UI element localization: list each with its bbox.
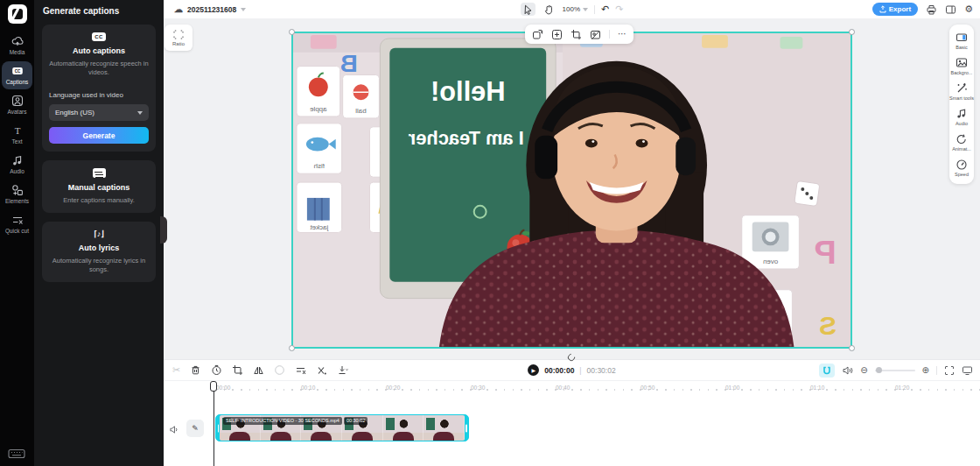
quick-cut-icon xyxy=(11,214,24,226)
clip-name: SELF- INTRODUCTION VIDEO - 30 SECONDS.mp… xyxy=(223,417,342,425)
ratio-button[interactable]: Ratio xyxy=(164,25,192,51)
resize-handle-bottom-left[interactable] xyxy=(289,345,295,351)
audio-icon xyxy=(956,108,968,119)
generate-button[interactable]: Generate xyxy=(49,127,149,144)
sidebar-item-quick-cut[interactable]: Quick cut xyxy=(2,210,32,238)
crop-icon[interactable] xyxy=(570,29,582,40)
tool-smart-tools[interactable]: Smart tools xyxy=(949,79,974,104)
manual-captions-title: Manual captions xyxy=(49,183,149,192)
svg-text:oven: oven xyxy=(763,258,778,265)
export-icon xyxy=(879,5,886,13)
ruler-label: 01:00 xyxy=(725,385,739,391)
video-clip[interactable]: SELF- INTRODUCTION VIDEO - 30 SECONDS.mp… xyxy=(215,414,469,441)
auto-lyrics-desc: Automatically recognize lyrics in songs. xyxy=(49,257,149,274)
svg-text:apple: apple xyxy=(310,105,327,113)
svg-text:T: T xyxy=(14,125,20,136)
cursor-icon xyxy=(523,4,533,15)
printer-icon[interactable] xyxy=(926,4,937,15)
mute-toggle-icon[interactable] xyxy=(842,365,853,376)
clip-context-toolbar: ⋯ xyxy=(525,25,634,44)
sidebar-label: Captions xyxy=(6,79,29,85)
tool-basic[interactable]: Basic xyxy=(949,28,974,53)
divider xyxy=(594,5,595,14)
fullscreen-icon[interactable] xyxy=(944,365,955,376)
ruler-label: 00:50 xyxy=(640,385,654,391)
sidebar-label: Quick cut xyxy=(5,228,29,234)
video-frame[interactable]: B cake apple ball fish guitar xyxy=(291,32,852,349)
play-button[interactable]: ▶ xyxy=(528,364,539,376)
undo-button[interactable]: ↶ xyxy=(601,4,609,14)
ruler-label: 00:40 xyxy=(556,385,570,391)
manual-captions-card[interactable]: Manual captions Enter captions manually. xyxy=(42,160,156,213)
svg-text:ball: ball xyxy=(355,107,367,115)
more-options-icon[interactable]: ⋯ xyxy=(618,30,626,39)
resize-handle-top-left[interactable] xyxy=(289,29,295,35)
track-draw-button[interactable]: ✎ xyxy=(186,420,204,437)
zoom-out-icon[interactable]: ⊖ xyxy=(860,366,867,375)
display-screen-icon[interactable] xyxy=(962,365,973,376)
elements-icon xyxy=(11,184,24,196)
panel-title: Generate captions xyxy=(34,0,164,16)
tool-audio[interactable]: Audio xyxy=(949,104,974,130)
background-remove-icon[interactable] xyxy=(590,29,601,40)
sidebar-label: Elements xyxy=(5,198,29,204)
select-tool-button[interactable] xyxy=(521,3,536,16)
adjust-icon[interactable] xyxy=(551,29,563,40)
export-button[interactable]: Export xyxy=(872,3,918,16)
replace-icon[interactable] xyxy=(532,29,543,40)
rotate-icon xyxy=(566,352,576,362)
sidebar-item-media[interactable]: Media xyxy=(2,32,32,60)
sidebar-item-text[interactable]: T Text xyxy=(2,121,32,149)
sidebar-item-elements[interactable]: Elements xyxy=(2,180,32,208)
playhead-head[interactable] xyxy=(210,381,217,392)
preview-canvas: Ratio ⋯ xyxy=(164,18,980,359)
svg-text:P: P xyxy=(815,234,836,271)
auto-captions-card[interactable]: CC Auto captions Automatically recognize… xyxy=(42,25,156,152)
layout-panel-icon[interactable] xyxy=(945,4,956,15)
hand-icon xyxy=(544,4,554,15)
language-label: Language used in video xyxy=(49,91,149,99)
language-select[interactable]: English (US) xyxy=(49,104,149,121)
timeline-ruler[interactable]: 00:00 00:10 00:20 00:30 00:40 00:50 01:0… xyxy=(164,381,980,395)
timeline-zoom-slider[interactable] xyxy=(875,370,915,371)
zoom-in-icon[interactable]: ⊕ xyxy=(922,366,929,375)
resize-handle-bottom-right[interactable] xyxy=(849,345,855,351)
sidebar-label: Audio xyxy=(10,168,24,174)
redo-button[interactable]: ↷ xyxy=(615,4,623,14)
ruler-label: 00:00 xyxy=(216,385,230,391)
settings-gear-icon[interactable]: ⚙ xyxy=(964,4,973,14)
playhead[interactable] xyxy=(210,381,217,392)
slider-knob[interactable] xyxy=(876,367,882,373)
ruler-label: 01:10 xyxy=(810,385,824,391)
resize-handle-top-right[interactable] xyxy=(849,29,855,35)
panel-collapse-handle[interactable] xyxy=(160,216,167,244)
top-header: ☁ 202511231608 100% ↶ ↷ xyxy=(164,0,980,18)
tool-label: Backgro... xyxy=(951,70,973,75)
track-mute-icon[interactable] xyxy=(169,425,179,434)
svg-text:fish: fish xyxy=(314,162,325,170)
animation-icon xyxy=(956,133,968,145)
app-logo-icon[interactable] xyxy=(8,4,27,24)
tool-label: Speed xyxy=(955,172,969,177)
svg-text:B: B xyxy=(340,50,358,77)
rotate-handle[interactable] xyxy=(566,352,577,363)
current-time: 00:00:00 xyxy=(544,366,574,375)
tool-speed[interactable]: Speed xyxy=(949,155,974,180)
auto-lyrics-card[interactable]: ⌈♪⌋ Auto lyrics Automatically recognize … xyxy=(42,222,156,282)
sidebar-label: Avatars xyxy=(8,109,27,115)
video-editor-app: Media CC Captions Avatars T Text Audio E… xyxy=(0,0,980,466)
sidebar-label: Text xyxy=(12,138,23,145)
auto-captions-desc: Automatically recognize speech in videos… xyxy=(49,60,149,77)
auto-captions-title: Auto captions xyxy=(49,46,149,55)
tool-background[interactable]: Backgro... xyxy=(949,53,974,79)
snap-toggle[interactable] xyxy=(819,364,835,378)
sidebar-item-captions[interactable]: CC Captions xyxy=(2,61,32,89)
sidebar-item-audio[interactable]: Audio xyxy=(2,151,32,179)
tool-animation[interactable]: Animat... xyxy=(949,130,974,155)
sidebar-item-avatars[interactable]: Avatars xyxy=(2,91,32,119)
tool-label: Smart tools xyxy=(949,95,974,101)
zoom-level-control[interactable]: 100% xyxy=(563,5,588,13)
keyboard-shortcuts-icon[interactable] xyxy=(8,448,25,460)
hand-tool-button[interactable] xyxy=(542,3,556,16)
auto-lyrics-icon: ⌈♪⌋ xyxy=(94,229,104,238)
